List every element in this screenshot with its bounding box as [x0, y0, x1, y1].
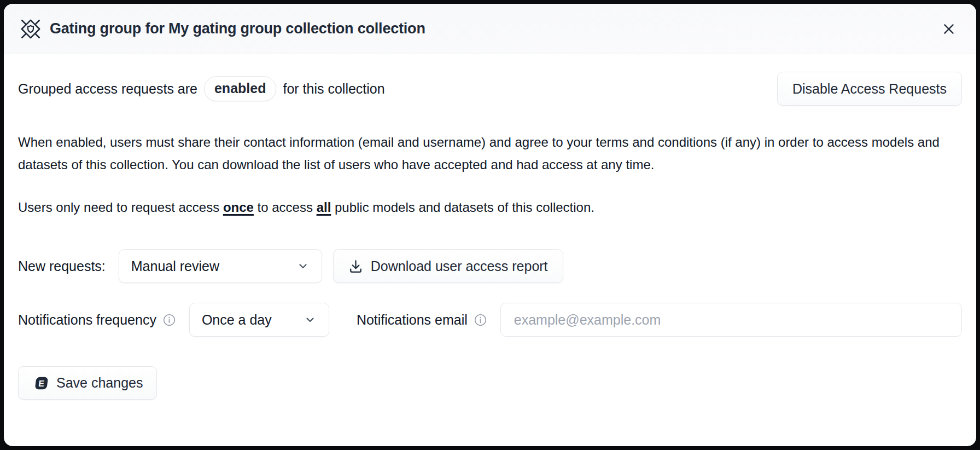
status-prefix: Grouped access requests are: [18, 81, 197, 97]
close-button[interactable]: [937, 17, 961, 41]
gating-description: When enabled, users must share their con…: [18, 131, 962, 176]
once-note-mid: to access: [258, 200, 313, 215]
modal-body: Grouped access requests are enabled for …: [4, 54, 976, 446]
modal-header: Gating group for My gating group collect…: [4, 4, 976, 54]
status-text: Grouped access requests are enabled for …: [18, 76, 385, 101]
new-requests-label: New requests:: [18, 258, 106, 274]
modal-title: Gating group for My gating group collect…: [50, 20, 425, 37]
notifications-email-label: Notifications email: [357, 312, 468, 328]
frequency-selected-value: Once a day: [202, 312, 272, 328]
gating-group-modal: Gating group for My gating group collect…: [4, 4, 976, 446]
info-circle-icon: [162, 313, 176, 327]
save-changes-button[interactable]: E Save changes: [18, 366, 157, 400]
new-requests-row: New requests: Manual review Download use…: [18, 249, 962, 283]
enterprise-badge-icon: E: [32, 375, 49, 391]
status-badge: enabled: [204, 76, 276, 101]
close-x-icon: [941, 21, 956, 37]
once-note-suffix: public models and datasets of this colle…: [335, 200, 594, 215]
notifications-frequency-label: Notifications frequency: [18, 312, 156, 328]
notifications-email-input[interactable]: [500, 303, 962, 337]
once-access-note: Users only need to request access once t…: [18, 196, 962, 218]
once-note-prefix: Users only need to request access: [18, 200, 219, 215]
save-button-label: Save changes: [56, 375, 143, 391]
modal-footer: E Save changes: [18, 366, 962, 400]
status-row: Grouped access requests are enabled for …: [18, 72, 962, 106]
download-user-access-report-button[interactable]: Download user access report: [333, 249, 563, 283]
disable-access-requests-button[interactable]: Disable Access Requests: [777, 72, 962, 106]
download-tray-icon: [348, 259, 363, 274]
chevron-down-icon: [296, 259, 310, 273]
new-requests-select[interactable]: Manual review: [119, 249, 322, 283]
download-button-label: Download user access report: [371, 258, 548, 274]
info-circle-icon: [474, 313, 487, 327]
once-note-bold-once: once: [223, 200, 254, 215]
chevron-down-icon: [304, 313, 317, 326]
status-suffix: for this collection: [283, 81, 384, 97]
notifications-frequency-select[interactable]: Once a day: [189, 303, 329, 337]
new-requests-selected-value: Manual review: [131, 258, 219, 274]
gating-diamond-shield-icon: [19, 18, 42, 41]
notifications-row: Notifications frequency Once a day Notif…: [18, 303, 962, 337]
once-note-bold-all: all: [317, 200, 331, 215]
